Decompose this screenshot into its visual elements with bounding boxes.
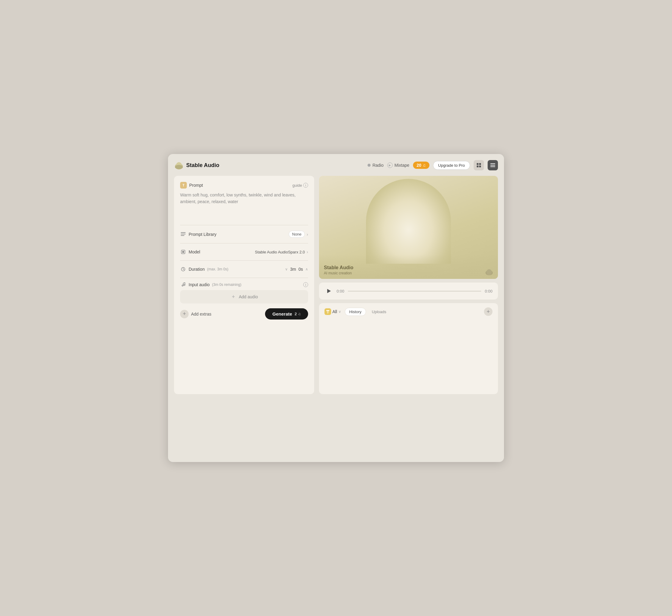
duration-label: Duration xyxy=(189,267,205,272)
credits-icon: ♫ xyxy=(423,163,426,168)
generate-label: Generate xyxy=(272,311,292,316)
add-extras-plus-icon: + xyxy=(180,310,189,318)
main-layout: T Prompt guide i Warm soft hug, comfort,… xyxy=(174,176,498,394)
player-section: 0:00 0:00 xyxy=(319,283,498,300)
duration-max: (max. 3m 0s) xyxy=(207,267,228,271)
artwork-image: Stable Audio AI music creation xyxy=(319,176,498,279)
history-tab[interactable]: History xyxy=(345,308,366,316)
divider-4 xyxy=(180,278,308,278)
artwork-subtitle: AI music creation xyxy=(324,271,353,275)
logo-icon xyxy=(174,160,184,170)
radio-nav[interactable]: Radio xyxy=(368,163,384,168)
all-chevron-icon: ∨ xyxy=(339,310,341,314)
time-current: 0:00 xyxy=(337,289,344,293)
duration-seconds: 0s xyxy=(298,267,303,272)
artwork-info: Stable Audio AI music creation xyxy=(319,255,498,279)
bottom-actions: + Add extras Generate 2 ♫ xyxy=(180,308,308,320)
mixtape-nav[interactable]: ▶ Mixtape xyxy=(387,162,410,168)
add-to-library-button[interactable]: + xyxy=(484,307,493,316)
info-icon: i xyxy=(303,183,308,188)
right-panel: Stable Audio AI music creation xyxy=(319,176,498,394)
duration-label-group: Duration (max. 3m 0s) xyxy=(180,266,228,272)
credits-count: 20 xyxy=(417,163,422,168)
duration-minutes-down[interactable]: ∨ xyxy=(285,267,288,271)
svg-point-2 xyxy=(175,165,183,169)
model-chevron-icon: › xyxy=(306,249,308,254)
add-extras-button[interactable]: + Add extras xyxy=(180,310,211,318)
duration-minutes: 3m xyxy=(290,267,296,272)
left-panel: T Prompt guide i Warm soft hug, comfort,… xyxy=(174,176,314,394)
svg-rect-12 xyxy=(181,235,184,236)
library-left: All ∨ History Uploads xyxy=(324,308,391,316)
prompt-section: T Prompt guide i Warm soft hug, comfort,… xyxy=(180,182,308,220)
all-filter-button[interactable]: All ∨ xyxy=(324,308,341,315)
svg-rect-10 xyxy=(181,232,185,233)
prompt-textarea[interactable]: Warm soft hug, comfort, low synths, twin… xyxy=(180,192,308,219)
model-value: Stable Audio AudioSparx 2.0 xyxy=(255,250,305,254)
duration-section: Duration (max. 3m 0s) ∨ 3m 0s ∧ xyxy=(180,264,308,274)
svg-rect-25 xyxy=(326,310,329,311)
mixtape-icon: ▶ xyxy=(387,162,393,168)
grid-view-button[interactable] xyxy=(474,160,484,170)
prompt-label: T Prompt xyxy=(180,182,203,189)
artwork-section: Stable Audio AI music creation xyxy=(319,176,498,279)
library-header: All ∨ History Uploads + xyxy=(324,307,493,316)
prompt-header: T Prompt guide i xyxy=(180,182,308,189)
model-icon xyxy=(180,249,186,255)
add-audio-button[interactable]: + Add audio xyxy=(180,290,308,303)
input-audio-label-group: Input audio (3m 0s remaining) xyxy=(180,282,241,288)
chevron-right-icon: › xyxy=(306,232,308,237)
filter-icon xyxy=(324,308,331,315)
guide-link[interactable]: guide i xyxy=(292,183,308,188)
tab-group: History Uploads xyxy=(345,308,391,316)
add-audio-label: Add audio xyxy=(239,294,258,299)
credits-badge: 20 ♫ xyxy=(413,162,430,169)
divider-2 xyxy=(180,243,308,243)
progress-bar[interactable] xyxy=(348,291,481,292)
generate-count: 2 ♫ xyxy=(294,312,301,316)
header: Stable Audio Radio ▶ Mixtape 20 ♫ Upgrad… xyxy=(174,160,498,170)
prompt-library-value[interactable]: None xyxy=(289,231,305,238)
model-control[interactable]: Stable Audio AudioSparx 2.0 › xyxy=(255,249,308,254)
duration-seconds-up[interactable]: ∧ xyxy=(305,267,308,271)
artwork-logo-small xyxy=(485,267,494,276)
input-audio-label: Input audio xyxy=(189,282,209,287)
add-extras-label: Add extras xyxy=(191,312,211,316)
model-label: Model xyxy=(180,249,200,255)
upgrade-button[interactable]: Upgrade to Pro xyxy=(433,161,470,170)
svg-rect-4 xyxy=(479,163,481,165)
grid-icon xyxy=(477,163,481,168)
model-section: Model Stable Audio AudioSparx 2.0 › xyxy=(180,247,308,257)
duration-controls: ∨ 3m 0s ∧ xyxy=(285,267,308,272)
app-title: Stable Audio xyxy=(186,162,219,169)
header-right: Radio ▶ Mixtape 20 ♫ Upgrade to Pro xyxy=(368,160,498,170)
generate-button[interactable]: Generate 2 ♫ xyxy=(265,308,308,320)
artwork-title: Stable Audio xyxy=(324,265,353,270)
svg-line-17 xyxy=(183,269,184,270)
play-icon xyxy=(327,289,331,293)
artwork-text-group: Stable Audio AI music creation xyxy=(324,265,353,275)
time-total: 0:00 xyxy=(485,289,493,293)
svg-rect-26 xyxy=(327,312,329,312)
svg-rect-6 xyxy=(479,166,481,167)
svg-rect-7 xyxy=(490,163,495,164)
app-logo: Stable Audio xyxy=(174,160,219,170)
input-audio-remaining: (3m 0s remaining) xyxy=(212,283,241,287)
menu-button[interactable] xyxy=(488,160,498,170)
svg-rect-8 xyxy=(490,165,495,166)
prompt-library-icon xyxy=(180,231,186,237)
svg-rect-3 xyxy=(477,163,479,165)
hamburger-icon xyxy=(490,163,495,167)
svg-rect-11 xyxy=(181,234,185,234)
svg-rect-5 xyxy=(477,166,479,167)
radio-dot-icon xyxy=(368,164,371,167)
uploads-tab[interactable]: Uploads xyxy=(367,308,391,316)
play-button[interactable] xyxy=(324,287,333,295)
input-audio-icon xyxy=(180,282,186,288)
prompt-library-control[interactable]: None › xyxy=(289,231,308,238)
artwork-semicircle xyxy=(366,179,451,264)
svg-point-24 xyxy=(487,269,492,275)
svg-rect-14 xyxy=(182,251,184,253)
divider-3 xyxy=(180,260,308,261)
divider-1 xyxy=(180,225,308,225)
